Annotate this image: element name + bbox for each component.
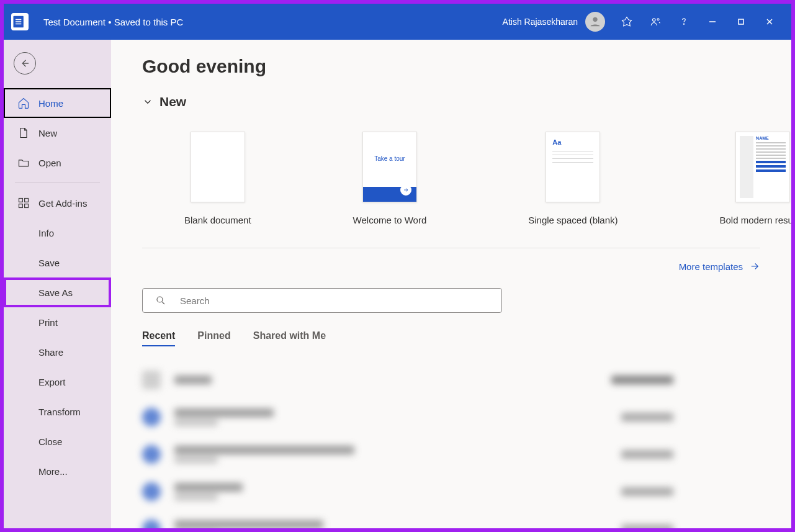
back-button[interactable] — [14, 52, 36, 74]
template-label: Blank document — [184, 215, 251, 225]
sidebar-item-label: Home — [38, 98, 63, 109]
sidebar-item-open[interactable]: Open — [4, 148, 111, 178]
section-title: New — [159, 94, 186, 109]
content-area: Good evening New Blank document Take a t… — [111, 40, 791, 528]
chevron-down-icon — [142, 96, 153, 107]
template-label: Welcome to Word — [353, 215, 427, 225]
sidebar-item-label: More... — [38, 466, 68, 477]
template-thumb: NAME — [735, 132, 790, 202]
svg-point-3 — [657, 19, 659, 20]
resume-name: NAME — [756, 136, 786, 140]
template-resume[interactable]: NAME Bold modern resume — [720, 132, 792, 225]
titlebar: Test Document • Saved to this PC Atish R… — [4, 4, 791, 40]
sidebar-item-info[interactable]: Info — [4, 218, 111, 248]
svg-rect-10 — [25, 199, 29, 202]
template-label: Single spaced (blank) — [528, 215, 618, 225]
sidebar-item-label: Info — [38, 228, 54, 238]
more-templates-link[interactable]: More templates — [679, 261, 760, 272]
sidebar-item-label: Save — [38, 258, 60, 268]
sidebar-item-export[interactable]: Export — [4, 367, 111, 397]
sidebar-item-label: Print — [38, 317, 58, 328]
sidebar-item-label: Open — [38, 158, 61, 168]
svg-point-13 — [157, 297, 163, 302]
tabs: Recent Pinned Shared with Me — [142, 330, 760, 346]
sidebar-item-home[interactable]: Home — [4, 88, 111, 118]
folder-icon — [17, 156, 30, 169]
svg-point-1 — [593, 17, 597, 22]
user-block[interactable]: Atish Rajasekharan — [503, 12, 605, 32]
sidebar-item-label: Share — [38, 347, 63, 358]
svg-rect-12 — [25, 204, 29, 208]
user-name: Atish Rajasekharan — [503, 17, 578, 27]
more-templates-label: More templates — [679, 261, 743, 272]
sidebar-item-saveas[interactable]: Save As — [4, 277, 111, 307]
sidebar-item-addins[interactable]: Get Add-ins — [4, 188, 111, 218]
file-icon — [17, 127, 30, 139]
tab-sharedwithme[interactable]: Shared with Me — [253, 330, 326, 346]
svg-line-14 — [162, 302, 164, 304]
account-manager-icon[interactable] — [641, 7, 670, 36]
template-blank[interactable]: Blank document — [184, 132, 251, 225]
app-logo — [11, 13, 29, 30]
sidebar: Home New Open Get Add-ins Info Save Save… — [4, 40, 111, 528]
sidebar-item-label: Transform — [38, 407, 81, 417]
svg-rect-9 — [19, 199, 23, 202]
document-title: Test Document • Saved to this PC — [43, 17, 183, 27]
arrow-right-icon — [749, 261, 760, 272]
sidebar-item-transform[interactable]: Transform — [4, 397, 111, 426]
sidebar-item-close[interactable]: Close — [4, 426, 111, 456]
template-label: Bold modern resume — [720, 215, 792, 225]
arrow-right-icon — [400, 184, 411, 196]
sidebar-item-print[interactable]: Print — [4, 307, 111, 337]
svg-rect-11 — [19, 204, 23, 208]
section-header-new[interactable]: New — [142, 94, 760, 109]
sidebar-item-label: Save As — [38, 287, 73, 298]
home-icon — [17, 97, 30, 109]
sidebar-item-label: Get Add-ins — [38, 198, 87, 209]
template-thumb: Take a tour — [362, 132, 417, 202]
search-input[interactable] — [180, 295, 489, 306]
template-singlespaced[interactable]: Aa Single spaced (blank) — [528, 132, 618, 225]
sidebar-item-new[interactable]: New — [4, 118, 111, 148]
page-title: Good evening — [142, 56, 760, 77]
svg-point-4 — [683, 24, 684, 24]
sidebar-item-label: Export — [38, 377, 65, 387]
sidebar-item-label: Close — [38, 436, 62, 447]
tab-pinned[interactable]: Pinned — [197, 330, 230, 346]
minimize-button[interactable] — [698, 7, 727, 36]
template-thumb — [191, 132, 245, 202]
sidebar-item-share[interactable]: Share — [4, 337, 111, 367]
recent-files-blurred — [142, 361, 760, 528]
svg-point-2 — [653, 19, 656, 22]
close-button[interactable] — [755, 7, 784, 36]
aa-label: Aa — [552, 138, 561, 146]
tab-recent[interactable]: Recent — [142, 330, 175, 346]
search-box[interactable] — [142, 288, 502, 313]
take-tour-text: Take a tour — [374, 155, 405, 162]
template-thumb: Aa — [546, 132, 600, 202]
template-welcome[interactable]: Take a tour Welcome to Word — [353, 132, 427, 225]
sidebar-item-more[interactable]: More... — [4, 456, 111, 486]
templates-row: Blank document Take a tour Welcome to Wo… — [142, 132, 760, 225]
search-icon — [155, 295, 166, 306]
grid-icon — [17, 197, 30, 209]
svg-rect-6 — [739, 19, 743, 24]
avatar[interactable] — [585, 12, 605, 32]
sidebar-item-save[interactable]: Save — [4, 248, 111, 277]
premium-icon[interactable] — [613, 7, 641, 36]
maximize-button[interactable] — [727, 7, 755, 36]
help-icon[interactable] — [670, 7, 698, 36]
sidebar-item-label: New — [38, 128, 57, 138]
